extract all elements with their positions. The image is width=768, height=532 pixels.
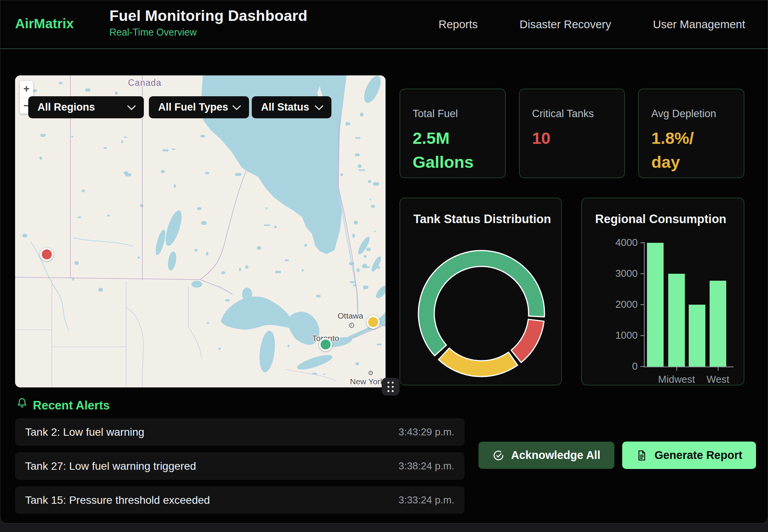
check-circle-icon xyxy=(493,450,504,461)
map-label-canada: Canada xyxy=(128,78,162,88)
stat-card-total-fuel: Total Fuel 2.5MGallons xyxy=(399,89,506,178)
chevron-down-icon xyxy=(127,102,136,111)
stat-label: Avg Depletion xyxy=(651,108,732,120)
stat-value: 1.8%/day xyxy=(651,126,732,174)
y-axis-tick-label: 3000 xyxy=(582,268,638,280)
regional-consumption-card: Regional Consumption 01000200030004000Mi… xyxy=(581,198,744,385)
stat-value: 10 xyxy=(532,126,613,150)
chevron-down-icon xyxy=(232,102,241,111)
bar-region-0 xyxy=(647,243,664,367)
donut-chart-title: Tank Status Distribution xyxy=(413,212,551,226)
brand-logo[interactable]: AirMatrix xyxy=(15,16,74,31)
alert-text: Tank 27: Low fuel warning triggered xyxy=(25,460,196,472)
alert-time: 3:33:24 p.m. xyxy=(398,494,454,506)
ottawa-town-icon xyxy=(349,323,354,328)
map-label-ottawa: Ottawa xyxy=(338,311,364,321)
region-filter-dropdown[interactable]: All Regions xyxy=(28,96,144,118)
tank-status-card: Tank Status Distribution xyxy=(399,198,562,385)
stat-cards: Total Fuel 2.5MGallons Critical Tanks 10… xyxy=(399,89,744,178)
bar-region-2 xyxy=(689,305,705,367)
nav-item-reports[interactable]: Reports xyxy=(439,18,478,31)
y-axis-tick-label: 4000 xyxy=(582,237,638,249)
fuel-type-filter-value: All Fuel Types xyxy=(158,101,228,113)
regional-consumption-bar-chart: 01000200030004000MidwestWest xyxy=(582,198,745,386)
alerts-title: Recent Alerts xyxy=(33,399,110,413)
alert-time: 3:43:29 p.m. xyxy=(398,426,454,438)
y-axis-tick-label: 2000 xyxy=(582,298,638,310)
bar-region-1 xyxy=(668,274,685,367)
stat-value: 2.5MGallons xyxy=(413,126,493,174)
bar-region-3 xyxy=(710,281,726,367)
y-axis-tick-label: 0 xyxy=(582,360,638,372)
tank-status-donut-chart xyxy=(415,247,548,380)
stat-card-critical-tanks: Critical Tanks 10 xyxy=(519,89,625,178)
report-document-icon xyxy=(636,450,647,461)
acknowledge-all-button[interactable]: Acknowledge All xyxy=(478,442,614,469)
map-marker-normal[interactable] xyxy=(319,338,332,351)
alert-row: Tank 2: Low fuel warning 3:43:29 p.m. xyxy=(15,418,464,446)
region-filter-value: All Regions xyxy=(38,101,95,113)
status-filter-dropdown[interactable]: All Status xyxy=(252,96,331,118)
page-title: Fuel Monitoring Dashboard xyxy=(109,7,307,24)
nav-item-disaster-recovery[interactable]: Disaster Recovery xyxy=(520,18,611,31)
header: AirMatrix Fuel Monitoring Dashboard Real… xyxy=(0,0,768,49)
alert-time: 3:38:24 p.m. xyxy=(398,460,454,472)
map-label-new-york: New York xyxy=(350,377,384,386)
map-resize-handle[interactable] xyxy=(382,378,399,396)
zoom-in-button[interactable]: + xyxy=(20,81,33,97)
main-nav: Reports Disaster Recovery User Managemen… xyxy=(439,0,745,48)
alert-row: Tank 27: Low fuel warning triggered 3:38… xyxy=(15,452,464,480)
x-axis-tick-label: West xyxy=(691,373,745,385)
fuel-type-filter-dropdown[interactable]: All Fuel Types xyxy=(149,96,249,118)
stat-label: Critical Tanks xyxy=(532,108,613,120)
nav-item-user-management[interactable]: User Management xyxy=(653,18,745,31)
generate-report-label: Generate Report xyxy=(654,449,742,462)
alert-row: Tank 15: Pressure threshold exceeded 3:3… xyxy=(15,486,464,514)
chevron-down-icon xyxy=(315,102,324,111)
generate-report-button[interactable]: Generate Report xyxy=(622,442,756,469)
stat-card-avg-depletion: Avg Depletion 1.8%/day xyxy=(638,89,744,178)
bell-icon xyxy=(16,397,28,409)
map-marker-critical[interactable] xyxy=(40,248,53,261)
alert-text: Tank 2: Low fuel warning xyxy=(25,426,144,438)
app-window: AirMatrix Fuel Monitoring Dashboard Real… xyxy=(0,0,768,523)
acknowledge-all-label: Acknowledge All xyxy=(511,449,601,462)
map-marker-warning[interactable] xyxy=(367,315,380,329)
alert-text: Tank 15: Pressure threshold exceeded xyxy=(25,494,210,506)
status-filter-value: All Status xyxy=(261,101,309,113)
page-subtitle: Real-Time Overview xyxy=(109,27,307,38)
title-block: Fuel Monitoring Dashboard Real-Time Over… xyxy=(109,7,307,38)
new-york-town-icon xyxy=(369,371,373,375)
y-axis-tick-label: 1000 xyxy=(582,329,638,341)
stat-label: Total Fuel xyxy=(413,108,493,120)
map-panel[interactable]: Canada Ottawa Toronto New York + − All R… xyxy=(15,75,386,387)
